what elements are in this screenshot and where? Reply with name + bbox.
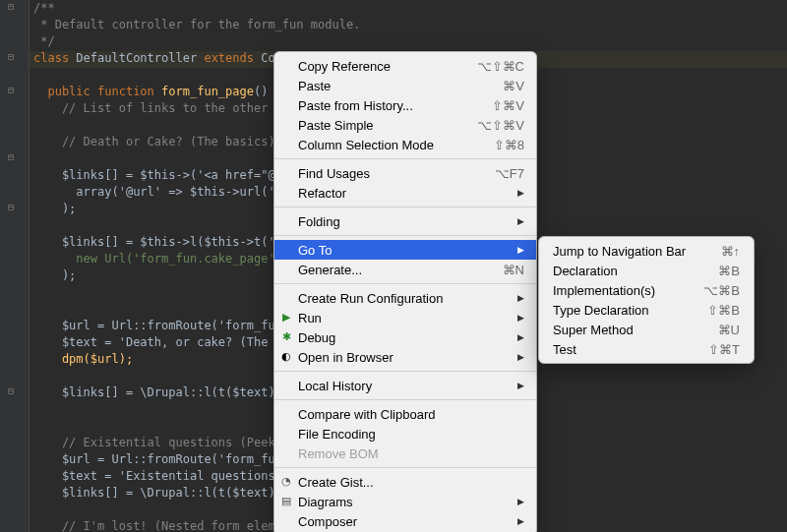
editor-gutter: ⊟ ⊟ ⊟ ⊟ ⊟ ⊟ (0, 0, 30, 532)
submenu-arrow-icon: ▶ (517, 313, 524, 323)
menu-separator (274, 371, 536, 372)
menu-item-go-to[interactable]: Go To▶ (274, 240, 536, 260)
menu-separator (274, 207, 536, 207)
fold-mark-icon[interactable]: ⊟ (8, 151, 14, 162)
menu-separator (274, 467, 536, 468)
menu-item-create-run-config[interactable]: Create Run Configuration▶ (274, 288, 536, 308)
submenu-arrow-icon: ▶ (517, 381, 524, 390)
fold-mark-icon[interactable]: ⊟ (8, 202, 14, 212)
menu-item-paste-simple[interactable]: Paste Simple⌥⇧⌘V (274, 115, 536, 135)
browser-icon: ◐ (279, 350, 293, 364)
menu-item-generate[interactable]: Generate...⌘N (274, 260, 536, 279)
menu-separator (274, 158, 536, 159)
submenu-arrow-icon: ▶ (517, 516, 524, 526)
submenu-item-test[interactable]: Test⇧⌘T (539, 339, 754, 359)
menu-item-create-gist[interactable]: ◔Create Gist... (274, 472, 536, 492)
menu-item-copy-reference[interactable]: Copy Reference⌥⇧⌘C (274, 56, 536, 76)
menu-item-debug[interactable]: ✱Debug▶ (274, 327, 536, 347)
submenu-item-super-method[interactable]: Super Method⌘U (539, 320, 754, 339)
menu-separator (274, 235, 536, 236)
go-to-submenu: Jump to Navigation Bar⌘↑ Declaration⌘B I… (538, 236, 755, 364)
submenu-item-jump-nav-bar[interactable]: Jump to Navigation Bar⌘↑ (539, 241, 754, 261)
menu-item-paste[interactable]: Paste⌘V (274, 76, 536, 95)
run-icon: ▶ (279, 311, 293, 325)
submenu-arrow-icon: ▶ (517, 216, 524, 226)
fold-mark-icon[interactable]: ⊟ (8, 85, 14, 95)
menu-item-local-history[interactable]: Local History▶ (274, 376, 536, 395)
submenu-arrow-icon: ▶ (517, 293, 524, 303)
fold-mark-icon[interactable]: ⊟ (8, 385, 14, 396)
gist-icon: ◔ (279, 475, 293, 489)
menu-item-diagrams[interactable]: ▤Diagrams▶ (274, 492, 536, 511)
menu-item-column-selection[interactable]: Column Selection Mode⇧⌘8 (274, 135, 536, 154)
fold-mark-icon[interactable]: ⊟ (8, 1, 14, 12)
menu-separator (274, 283, 536, 284)
submenu-arrow-icon: ▶ (517, 352, 524, 362)
submenu-item-declaration[interactable]: Declaration⌘B (539, 261, 754, 280)
menu-item-paste-history[interactable]: Paste from History...⇧⌘V (274, 95, 536, 115)
submenu-arrow-icon: ▶ (517, 332, 524, 342)
diagram-icon: ▤ (279, 495, 293, 508)
submenu-item-implementations[interactable]: Implementation(s)⌥⌘B (539, 280, 754, 300)
fold-mark-icon[interactable]: ⊟ (8, 51, 14, 62)
menu-item-find-usages[interactable]: Find Usages⌥F7 (274, 163, 536, 183)
menu-item-refactor[interactable]: Refactor▶ (274, 183, 536, 203)
menu-item-remove-bom: Remove BOM (274, 443, 536, 463)
menu-separator (274, 399, 536, 400)
submenu-arrow-icon: ▶ (517, 245, 524, 255)
menu-item-open-in-browser[interactable]: ◐Open in Browser▶ (274, 347, 536, 367)
menu-item-composer[interactable]: Composer▶ (274, 511, 536, 531)
menu-item-run[interactable]: ▶Run▶ (274, 308, 536, 327)
submenu-arrow-icon: ▶ (517, 188, 524, 198)
menu-item-compare-clipboard[interactable]: Compare with Clipboard (274, 404, 536, 424)
menu-item-folding[interactable]: Folding▶ (274, 211, 536, 231)
submenu-item-type-declaration[interactable]: Type Declaration⇧⌘B (539, 300, 754, 320)
menu-item-file-encoding[interactable]: File Encoding (274, 424, 536, 443)
context-menu: Copy Reference⌥⇧⌘C Paste⌘V Paste from Hi… (273, 51, 537, 532)
submenu-arrow-icon: ▶ (517, 497, 524, 506)
debug-icon: ✱ (279, 330, 293, 344)
